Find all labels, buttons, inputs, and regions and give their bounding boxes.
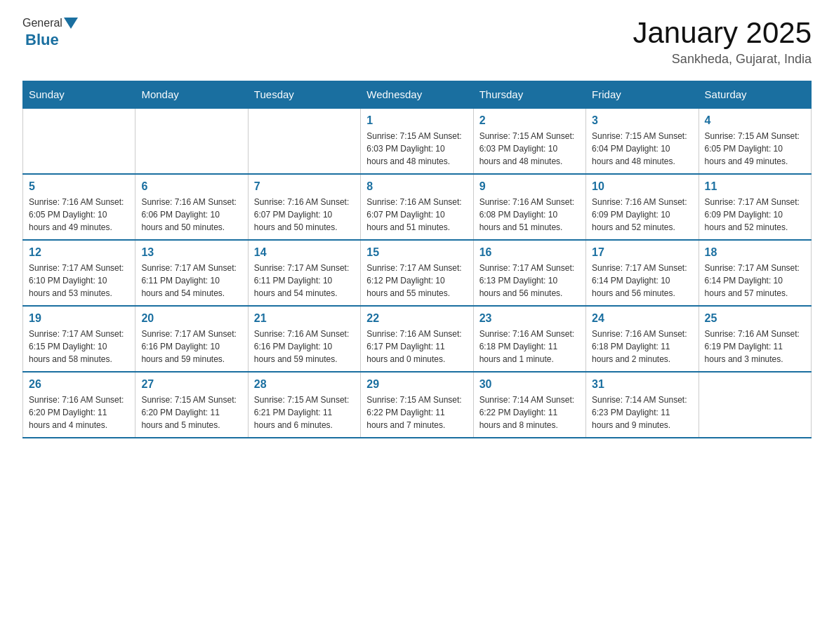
calendar-week-row: 19Sunrise: 7:17 AM Sunset: 6:15 PM Dayli… [23, 306, 812, 372]
day-number: 30 [479, 378, 580, 391]
calendar-cell: 21Sunrise: 7:16 AM Sunset: 6:16 PM Dayli… [248, 306, 360, 372]
calendar-week-row: 26Sunrise: 7:16 AM Sunset: 6:20 PM Dayli… [23, 372, 812, 438]
day-info: Sunrise: 7:16 AM Sunset: 6:18 PM Dayligh… [479, 328, 580, 365]
day-number: 16 [479, 246, 580, 259]
calendar-cell: 13Sunrise: 7:17 AM Sunset: 6:11 PM Dayli… [135, 240, 248, 306]
title-section: January 2025 Sankheda, Gujarat, India [633, 17, 812, 67]
day-info: Sunrise: 7:17 AM Sunset: 6:12 PM Dayligh… [366, 262, 467, 300]
day-info: Sunrise: 7:15 AM Sunset: 6:21 PM Dayligh… [254, 394, 355, 431]
day-info: Sunrise: 7:15 AM Sunset: 6:20 PM Dayligh… [141, 394, 241, 431]
day-number: 10 [592, 180, 692, 193]
calendar-cell: 25Sunrise: 7:16 AM Sunset: 6:19 PM Dayli… [699, 306, 811, 372]
calendar-cell: 22Sunrise: 7:16 AM Sunset: 6:17 PM Dayli… [361, 306, 473, 372]
calendar-cell: 20Sunrise: 7:17 AM Sunset: 6:16 PM Dayli… [135, 306, 248, 372]
day-number: 31 [592, 378, 692, 391]
day-number: 25 [705, 312, 805, 325]
day-info: Sunrise: 7:16 AM Sunset: 6:08 PM Dayligh… [479, 196, 580, 234]
day-number: 18 [705, 246, 805, 259]
calendar-header-saturday: Saturday [699, 81, 811, 109]
calendar-header-tuesday: Tuesday [248, 81, 360, 109]
day-info: Sunrise: 7:15 AM Sunset: 6:05 PM Dayligh… [705, 130, 805, 168]
day-info: Sunrise: 7:16 AM Sunset: 6:20 PM Dayligh… [29, 394, 129, 431]
logo-blue-text: Blue [25, 31, 59, 49]
day-number: 4 [705, 114, 805, 127]
day-info: Sunrise: 7:17 AM Sunset: 6:16 PM Dayligh… [141, 328, 241, 365]
calendar-cell: 9Sunrise: 7:16 AM Sunset: 6:08 PM Daylig… [473, 174, 585, 240]
day-info: Sunrise: 7:16 AM Sunset: 6:17 PM Dayligh… [366, 328, 467, 365]
day-number: 13 [141, 246, 241, 259]
calendar-header-thursday: Thursday [473, 81, 585, 109]
calendar-cell: 28Sunrise: 7:15 AM Sunset: 6:21 PM Dayli… [248, 372, 360, 438]
day-number: 23 [479, 312, 580, 325]
day-info: Sunrise: 7:16 AM Sunset: 6:05 PM Dayligh… [29, 196, 129, 234]
day-number: 29 [366, 378, 467, 391]
calendar-cell: 23Sunrise: 7:16 AM Sunset: 6:18 PM Dayli… [473, 306, 585, 372]
calendar-cell: 1Sunrise: 7:15 AM Sunset: 6:03 PM Daylig… [361, 108, 473, 174]
day-info: Sunrise: 7:17 AM Sunset: 6:10 PM Dayligh… [29, 262, 129, 300]
day-number: 2 [479, 114, 580, 127]
logo: General Blue [22, 17, 79, 49]
calendar-cell: 6Sunrise: 7:16 AM Sunset: 6:06 PM Daylig… [135, 174, 248, 240]
day-number: 11 [705, 180, 805, 193]
logo-triangle-icon [64, 18, 78, 29]
calendar-header-row: SundayMondayTuesdayWednesdayThursdayFrid… [23, 81, 812, 109]
calendar-table: SundayMondayTuesdayWednesdayThursdayFrid… [22, 81, 812, 438]
calendar-cell: 26Sunrise: 7:16 AM Sunset: 6:20 PM Dayli… [23, 372, 135, 438]
calendar-cell: 11Sunrise: 7:17 AM Sunset: 6:09 PM Dayli… [699, 174, 811, 240]
calendar-cell [699, 372, 811, 438]
day-info: Sunrise: 7:16 AM Sunset: 6:18 PM Dayligh… [592, 328, 692, 365]
day-info: Sunrise: 7:17 AM Sunset: 6:11 PM Dayligh… [254, 262, 355, 300]
day-info: Sunrise: 7:15 AM Sunset: 6:04 PM Dayligh… [592, 130, 692, 168]
calendar-cell: 27Sunrise: 7:15 AM Sunset: 6:20 PM Dayli… [135, 372, 248, 438]
day-info: Sunrise: 7:15 AM Sunset: 6:03 PM Dayligh… [479, 130, 580, 168]
calendar-cell: 12Sunrise: 7:17 AM Sunset: 6:10 PM Dayli… [23, 240, 135, 306]
calendar-cell: 24Sunrise: 7:16 AM Sunset: 6:18 PM Dayli… [586, 306, 699, 372]
day-number: 24 [592, 312, 692, 325]
calendar-cell: 17Sunrise: 7:17 AM Sunset: 6:14 PM Dayli… [586, 240, 699, 306]
calendar-week-row: 12Sunrise: 7:17 AM Sunset: 6:10 PM Dayli… [23, 240, 812, 306]
day-number: 12 [29, 246, 129, 259]
calendar-cell: 8Sunrise: 7:16 AM Sunset: 6:07 PM Daylig… [361, 174, 473, 240]
day-number: 22 [366, 312, 467, 325]
day-number: 7 [254, 180, 355, 193]
calendar-cell: 3Sunrise: 7:15 AM Sunset: 6:04 PM Daylig… [586, 108, 699, 174]
calendar-cell: 14Sunrise: 7:17 AM Sunset: 6:11 PM Dayli… [248, 240, 360, 306]
day-number: 17 [592, 246, 692, 259]
day-number: 5 [29, 180, 129, 193]
location-text: Sankheda, Gujarat, India [633, 52, 812, 67]
calendar-cell: 2Sunrise: 7:15 AM Sunset: 6:03 PM Daylig… [473, 108, 585, 174]
calendar-cell: 7Sunrise: 7:16 AM Sunset: 6:07 PM Daylig… [248, 174, 360, 240]
day-info: Sunrise: 7:15 AM Sunset: 6:03 PM Dayligh… [366, 130, 467, 168]
month-title: January 2025 [633, 17, 812, 49]
day-info: Sunrise: 7:17 AM Sunset: 6:14 PM Dayligh… [592, 262, 692, 300]
calendar-header-friday: Friday [586, 81, 699, 109]
calendar-cell [23, 108, 135, 174]
day-info: Sunrise: 7:17 AM Sunset: 6:11 PM Dayligh… [141, 262, 241, 300]
day-info: Sunrise: 7:17 AM Sunset: 6:15 PM Dayligh… [29, 328, 129, 365]
calendar-week-row: 5Sunrise: 7:16 AM Sunset: 6:05 PM Daylig… [23, 174, 812, 240]
day-number: 19 [29, 312, 129, 325]
day-number: 27 [141, 378, 241, 391]
calendar-cell [248, 108, 360, 174]
day-number: 8 [366, 180, 467, 193]
calendar-cell: 18Sunrise: 7:17 AM Sunset: 6:14 PM Dayli… [699, 240, 811, 306]
day-info: Sunrise: 7:16 AM Sunset: 6:07 PM Dayligh… [254, 196, 355, 234]
day-number: 20 [141, 312, 241, 325]
calendar-cell [135, 108, 248, 174]
day-info: Sunrise: 7:16 AM Sunset: 6:09 PM Dayligh… [592, 196, 692, 234]
calendar-cell: 31Sunrise: 7:14 AM Sunset: 6:23 PM Dayli… [586, 372, 699, 438]
day-number: 6 [141, 180, 241, 193]
calendar-cell: 15Sunrise: 7:17 AM Sunset: 6:12 PM Dayli… [361, 240, 473, 306]
logo-general-text: General [22, 17, 62, 29]
calendar-week-row: 1Sunrise: 7:15 AM Sunset: 6:03 PM Daylig… [23, 108, 812, 174]
day-number: 28 [254, 378, 355, 391]
calendar-cell: 16Sunrise: 7:17 AM Sunset: 6:13 PM Dayli… [473, 240, 585, 306]
calendar-cell: 4Sunrise: 7:15 AM Sunset: 6:05 PM Daylig… [699, 108, 811, 174]
day-info: Sunrise: 7:16 AM Sunset: 6:06 PM Dayligh… [141, 196, 241, 234]
day-info: Sunrise: 7:16 AM Sunset: 6:19 PM Dayligh… [705, 328, 805, 365]
calendar-cell: 30Sunrise: 7:14 AM Sunset: 6:22 PM Dayli… [473, 372, 585, 438]
day-info: Sunrise: 7:16 AM Sunset: 6:16 PM Dayligh… [254, 328, 355, 365]
day-number: 21 [254, 312, 355, 325]
calendar-cell: 5Sunrise: 7:16 AM Sunset: 6:05 PM Daylig… [23, 174, 135, 240]
day-info: Sunrise: 7:17 AM Sunset: 6:14 PM Dayligh… [705, 262, 805, 300]
